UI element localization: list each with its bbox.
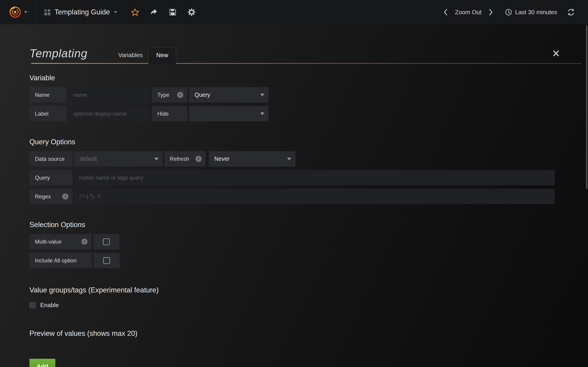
type-label: Type i [152,87,187,102]
caret-down-icon [114,11,117,13]
checkbox-icon [103,257,110,264]
preview-section-title: Preview of values (shows max 20) [29,329,559,338]
chevron-right-icon [488,8,494,16]
enable-label: Enable [40,302,59,309]
close-button[interactable] [553,50,560,57]
info-icon[interactable]: i [195,156,202,162]
value-groups-section-title: Value groups/tags (Experimental feature) [29,286,559,294]
grafana-main-menu[interactable] [0,0,36,24]
top-navbar: Templating Guide [0,0,588,24]
clock-icon [505,8,512,16]
refresh-label-text: Refresh [170,156,189,162]
include-all-row: Include All option [29,253,559,268]
time-shift-back-button[interactable] [439,8,453,16]
dashboard-picker[interactable]: Templating Guide [36,0,126,24]
refresh-icon [567,8,575,16]
hide-select[interactable] [189,106,268,121]
tab-variables[interactable]: Variables [113,48,148,64]
refresh-select[interactable]: Never [209,151,295,167]
gear-icon [187,8,196,16]
time-shift-forward-button[interactable] [484,8,498,16]
hide-label-text: Hide [157,110,169,117]
settings-header: Templating Variables New [29,24,559,64]
hide-label: Hide [152,106,187,121]
regex-label: Regex i [29,189,73,204]
save-button[interactable] [163,0,182,24]
caret-down-icon [24,11,27,13]
dashboard-grid-icon [44,9,50,15]
query-input[interactable] [74,170,555,185]
include-all-label: Include All option [29,253,92,268]
query-row: Query [29,170,559,185]
query-options-section-title: Query Options [29,138,559,146]
star-button[interactable] [126,0,145,24]
close-icon [553,50,560,57]
navbar-right-controls: Zoom Out Last 30 minutes [439,0,588,24]
add-button[interactable]: Add [29,359,55,367]
caret-down-icon [154,158,158,160]
regex-input[interactable] [74,189,555,204]
time-range-picker[interactable]: Last 30 minutes [505,8,557,16]
caret-down-icon [287,158,291,160]
type-label-text: Type [157,92,169,98]
time-range-label: Last 30 minutes [515,9,557,16]
info-icon[interactable]: i [177,92,183,98]
include-all-checkbox[interactable] [94,253,120,268]
share-icon [150,8,158,16]
refresh-label: Refresh i [164,151,206,167]
multi-value-label-text: Multi-value [35,239,61,245]
templating-settings-panel: Templating Variables New Variable Name T… [0,24,588,367]
checkbox-icon [103,238,110,245]
datasource-row: Data source default Refresh i Never [29,151,559,167]
enable-row: Enable [29,302,559,309]
tab-bar: Variables New [113,47,176,64]
name-input[interactable] [68,87,149,102]
data-source-select[interactable]: default [74,151,163,167]
star-icon [131,8,139,16]
regex-row: Regex i [29,189,559,204]
query-label: Query [29,170,73,185]
label-input[interactable] [68,106,149,121]
label-label: Label [29,106,67,121]
save-icon [169,8,177,16]
chevron-left-icon [443,8,449,16]
variable-name-row: Name Type i Query [29,87,559,102]
multi-value-checkbox[interactable] [93,234,120,249]
caret-down-icon [260,112,264,115]
zoom-out-button[interactable]: Zoom Out [453,9,484,16]
type-select-value: Query [195,92,210,98]
multi-value-row: Multi-value i [29,234,559,249]
include-all-label-text: Include All option [35,257,77,264]
refresh-button[interactable] [567,8,575,16]
settings-button[interactable] [182,0,201,24]
selection-options-section-title: Selection Options [29,221,559,229]
multi-value-label: Multi-value i [29,234,92,249]
dashboard-title: Templating Guide [54,8,110,16]
name-label: Name [29,87,67,102]
data-source-label: Data source [29,151,73,167]
regex-label-text: Regex [35,193,51,200]
tab-new[interactable]: New [148,47,176,65]
variable-section-title: Variable [29,74,559,82]
enable-checkbox[interactable] [29,302,36,308]
vertical-scrollbar-thumb[interactable] [586,25,588,189]
type-select[interactable]: Query [189,87,268,102]
caret-down-icon [260,94,264,96]
page-title: Templating [29,47,87,64]
data-source-value: default [80,156,97,162]
refresh-select-value: Never [214,156,230,162]
grafana-logo-icon [9,6,22,19]
info-icon[interactable]: i [62,193,69,200]
info-icon[interactable]: i [81,239,87,245]
share-button[interactable] [145,0,163,24]
variable-label-row: Label Hide [29,106,559,121]
